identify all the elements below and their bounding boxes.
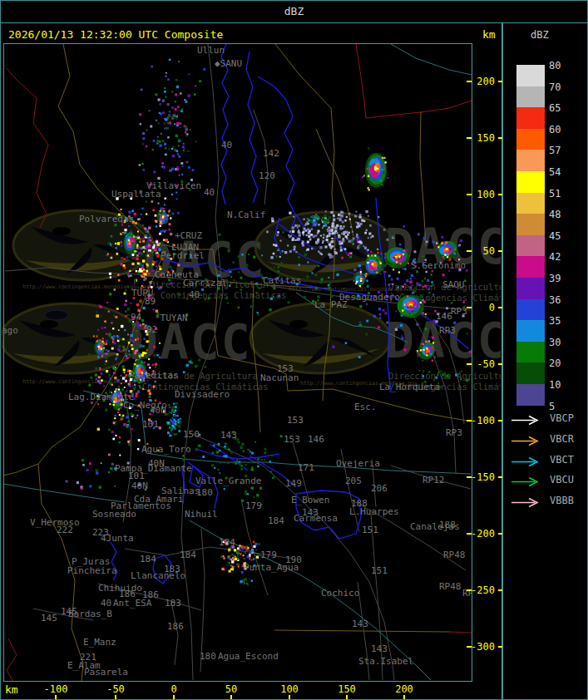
map-place-label: 151 bbox=[362, 525, 378, 535]
colorbar-value-label: 60 bbox=[549, 125, 561, 135]
colorbar-value-label: 48 bbox=[549, 210, 561, 219]
map-place-label: 184 bbox=[268, 515, 284, 526]
map-place-label: 40N bbox=[131, 481, 148, 491]
river-line bbox=[246, 52, 258, 203]
colorbar-value-label: 65 bbox=[549, 103, 561, 113]
map-place-label: 179 bbox=[260, 550, 277, 560]
map-place-label: 180 bbox=[200, 651, 216, 662]
boundary-line bbox=[391, 44, 472, 75]
boundary-line bbox=[3, 484, 125, 502]
colorbar-band bbox=[516, 256, 545, 278]
map-place-label: Pasarela bbox=[84, 667, 128, 678]
map-place-label: 40 bbox=[204, 187, 215, 198]
map-place-label: 94 bbox=[131, 312, 142, 323]
vector-arrow-icon bbox=[510, 456, 543, 467]
vector-arrow-icon bbox=[510, 436, 543, 446]
map-place-label: 153 bbox=[287, 415, 304, 426]
legend-row: VBCU bbox=[510, 475, 543, 486]
colorbar-band bbox=[516, 342, 545, 363]
title-bar: dBZ bbox=[0, 0, 588, 23]
colorbar-value-label: 36 bbox=[549, 295, 561, 305]
bottom-axis-tick-label: 100 bbox=[280, 683, 299, 695]
map-place-label: 171 bbox=[298, 462, 314, 473]
map-place-label: Cochico bbox=[321, 588, 359, 599]
colorbar-band bbox=[516, 384, 545, 406]
colorbar-band bbox=[516, 193, 545, 214]
map-place-label: Punta_Agua bbox=[244, 562, 299, 573]
map-place-label: 222 bbox=[57, 525, 73, 535]
map-place-label: ◆SANU bbox=[215, 58, 242, 69]
colorbar-band bbox=[516, 214, 545, 235]
map-place-label: 40 bbox=[101, 598, 111, 609]
right-axis-tick-label: -300 bbox=[471, 641, 495, 653]
map-place-label: La_Horqueta bbox=[379, 382, 440, 392]
map-place-label: RP12 bbox=[422, 475, 445, 486]
map-place-label: Uspallata bbox=[111, 189, 161, 200]
map-place-label: 184 bbox=[219, 537, 235, 548]
vector-arrow-icon bbox=[510, 476, 543, 487]
map-place-label: Pampa_Diamante bbox=[115, 463, 192, 474]
page-title: dBZ bbox=[284, 5, 304, 17]
right-axis-tick-label: -100 bbox=[471, 415, 495, 426]
map-place-label: Pareditas bbox=[129, 370, 179, 381]
right-axis-tick-label: -50 bbox=[477, 358, 495, 370]
map-place-label: Divisadero bbox=[175, 389, 230, 400]
map-place-label: 151 bbox=[371, 565, 388, 576]
bottom-axis-tick-label: -50 bbox=[106, 683, 125, 695]
map-place-label: 142 bbox=[263, 148, 279, 159]
boundary-line bbox=[356, 44, 472, 118]
map-place-label: Desaguadero bbox=[339, 292, 400, 303]
road-line bbox=[371, 514, 383, 680]
map-place-label: RP48 bbox=[439, 581, 462, 592]
map-place-label: *TUYAN bbox=[155, 313, 188, 323]
map-place-label: 146 bbox=[436, 311, 452, 322]
storm-cell bbox=[362, 147, 388, 190]
map-place-label: Sosneado bbox=[92, 509, 136, 520]
map-place-label: Carrizal bbox=[183, 278, 227, 288]
legend-row: VBCT bbox=[510, 455, 543, 466]
vector-arrow-icon bbox=[510, 497, 543, 508]
colorbar-value-label: 30 bbox=[549, 338, 561, 348]
map-place-label: RP48 bbox=[443, 550, 466, 560]
map-place-label: E_Manz bbox=[83, 637, 116, 648]
map-place-label: +CRUZ bbox=[175, 230, 202, 241]
echo-cluster bbox=[240, 578, 253, 586]
watermark-subtitle-text: y Contingencias Climáticas bbox=[150, 290, 286, 300]
map-place-label: Agua_Escond bbox=[218, 651, 279, 662]
colorbar-band bbox=[516, 107, 545, 129]
colorbar-value-label: 51 bbox=[549, 189, 561, 199]
colorbar-band bbox=[516, 320, 545, 342]
map-place-label: Bardas_B bbox=[68, 609, 112, 619]
colorbar-value-label: 57 bbox=[549, 145, 561, 155]
radar-map: DACCDACCDACCDACChttp://www.contingencias… bbox=[0, 22, 502, 700]
legend-item-label: VBCT bbox=[550, 454, 574, 466]
right-axis-tick-label: 50 bbox=[483, 245, 495, 257]
map-place-label: 150 bbox=[183, 429, 200, 440]
map-panel: DACCDACCDACCDACChttp://www.contingencias… bbox=[0, 22, 502, 700]
colorbar-band bbox=[516, 235, 545, 257]
colorbar-band bbox=[516, 86, 545, 108]
map-place-label: 4Junta bbox=[101, 533, 134, 544]
colorbar-value-label: 39 bbox=[549, 274, 561, 283]
colorbar-value-label: 45 bbox=[549, 231, 561, 241]
map-place-label: 149 bbox=[285, 478, 302, 489]
colorbar-value-label: 80 bbox=[549, 61, 561, 71]
colorbar-band bbox=[516, 171, 545, 193]
right-axis-tick-label: -250 bbox=[471, 584, 495, 596]
boundary-line bbox=[275, 44, 331, 108]
map-place-label: Sta.Isabel bbox=[358, 656, 413, 667]
bottom-axis-tick-label: 200 bbox=[395, 683, 413, 695]
map-place-label: Ullun bbox=[197, 45, 225, 56]
map-place-label: 143 bbox=[220, 430, 237, 441]
map-place-label: Perdriel bbox=[161, 250, 205, 261]
watermark-layer: DACCDACCDACCDACChttp://www.contingencias… bbox=[1, 210, 502, 392]
map-place-label: Catitas bbox=[263, 275, 301, 286]
map-place-label: E_Bowen bbox=[291, 495, 329, 505]
map-place-label: 183 bbox=[164, 564, 180, 574]
boundary-line bbox=[288, 389, 333, 391]
map-place-label: 143 bbox=[302, 507, 319, 518]
map-place-label: 40N bbox=[150, 405, 166, 416]
colorbar-title: dBZ bbox=[531, 29, 549, 41]
watermark-url-text: http://www.contingencias.mendoza.gov.ar bbox=[22, 283, 150, 290]
map-place-label: 186 bbox=[167, 621, 184, 632]
